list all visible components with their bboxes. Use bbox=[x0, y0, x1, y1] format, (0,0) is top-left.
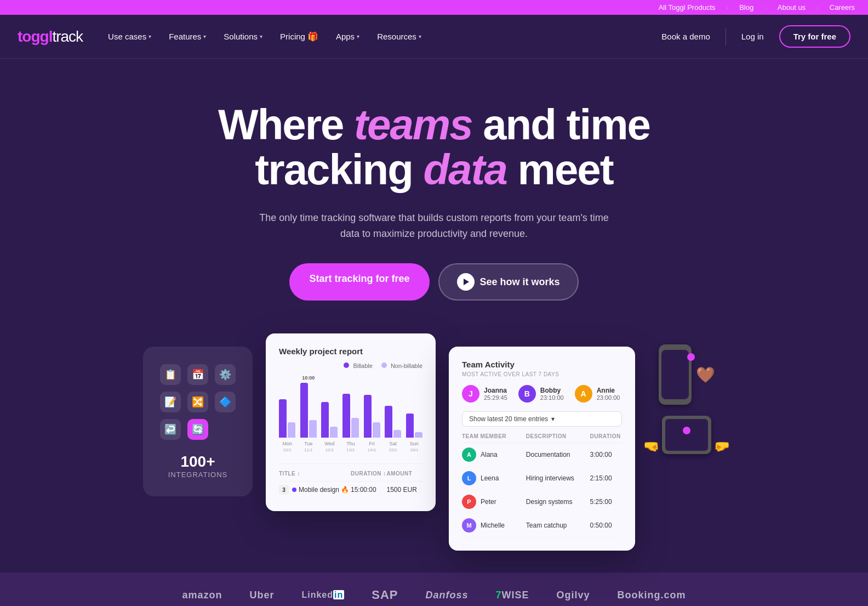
chevron-down-icon: ▾ bbox=[357, 33, 359, 39]
logo[interactable]: toggl track bbox=[18, 28, 83, 46]
nav-right: Book a demo Log in Try for free bbox=[655, 25, 850, 48]
careers-link[interactable]: Careers bbox=[830, 3, 855, 12]
bar-fri: Fri 14/1 bbox=[363, 393, 380, 452]
legend-non-billable: Non-billable bbox=[381, 363, 422, 369]
hero-subtitle: The only time tracking software that bui… bbox=[259, 210, 609, 242]
integration-icon-1: 📋 bbox=[160, 364, 181, 385]
integrations-label: INTEGRATIONS bbox=[168, 471, 228, 479]
partners-bar: amazon Uber Linkedin SAP Danfoss 7WISE O… bbox=[0, 573, 868, 606]
try-free-button[interactable]: Try for free bbox=[779, 25, 850, 48]
main-nav: toggl track Use cases ▾ Features ▾ Solut… bbox=[0, 15, 868, 59]
bar-billable-mon bbox=[279, 399, 287, 438]
nav-divider bbox=[726, 28, 726, 46]
team-top-members: J Joanna 25:29:45 B Bobby 23:10:00 A Ann… bbox=[462, 385, 622, 403]
pink-circle bbox=[687, 353, 695, 361]
integration-icon-5: 🔀 bbox=[187, 392, 208, 412]
chevron-down-icon: ▾ bbox=[551, 415, 555, 423]
danfoss-logo: Danfoss bbox=[425, 590, 468, 601]
all-toggl-products-link[interactable]: All Toggl Products bbox=[659, 3, 716, 12]
start-tracking-button[interactable]: Start tracking for free bbox=[289, 263, 429, 301]
chevron-down-icon: ▾ bbox=[203, 33, 206, 39]
hero-heading-where: Where bbox=[218, 100, 354, 149]
logo-track: track bbox=[52, 28, 83, 46]
integration-icon-7: ↩️ bbox=[160, 419, 181, 440]
see-how-button[interactable]: See how it works bbox=[438, 263, 579, 301]
integrations-card: 📋 📅 ⚙️ 📝 🔀 🔷 ↩️ 🔄 100+ INTEGRATIONS bbox=[143, 347, 253, 496]
bar-non-billable-wed bbox=[330, 427, 338, 438]
nav-apps[interactable]: Apps ▾ bbox=[328, 27, 367, 46]
legend-billable: Billable bbox=[344, 363, 373, 369]
avatar-annie: A bbox=[575, 385, 592, 403]
avatar-michelle: M bbox=[462, 518, 476, 533]
hero-heading-data: data bbox=[423, 145, 506, 194]
team-activity-subtitle: MOST ACTIVE OVER LAST 7 DAYS bbox=[462, 371, 622, 377]
nav-resources[interactable]: Resources ▾ bbox=[369, 27, 429, 46]
table-row: A Alana Documentation 3:00:00 bbox=[462, 443, 622, 467]
book-demo-button[interactable]: Book a demo bbox=[655, 27, 716, 46]
top-member-annie: A Annie 23:00:00 bbox=[575, 385, 620, 403]
table-row: 3 Mobile design 🔥 15:00:00 1500 EUR bbox=[279, 481, 422, 498]
about-link[interactable]: About us bbox=[778, 3, 806, 12]
nav-pricing[interactable]: Pricing 🎁 bbox=[272, 27, 326, 46]
hero-heading-meet: meet bbox=[507, 145, 613, 194]
device-illustration: 🤎 🤜 🤛 bbox=[648, 344, 725, 454]
bar-sun: Sun 16/1 bbox=[406, 411, 422, 452]
separator: · bbox=[764, 3, 767, 12]
avatar-joanna: J bbox=[462, 385, 479, 403]
blog-link[interactable]: Blog bbox=[739, 3, 753, 12]
chevron-down-icon: ▾ bbox=[149, 33, 151, 39]
table-row: M Michelle Team catchup 0:50:00 bbox=[462, 514, 622, 537]
avatar-leena: L bbox=[462, 471, 476, 485]
avatar-bobby: B bbox=[518, 385, 536, 403]
bar-billable-fri bbox=[364, 395, 372, 438]
bar-non-billable-sat bbox=[393, 430, 401, 438]
bar-billable-wed bbox=[321, 402, 329, 438]
show-entries-button[interactable]: Show latest 20 time entries ▾ bbox=[462, 411, 622, 427]
bar-non-billable-thu bbox=[351, 418, 359, 438]
bar-sat: Sat 15/1 bbox=[385, 404, 402, 452]
bar-billable-sun bbox=[406, 414, 414, 438]
integration-icon-8: 🔄 bbox=[187, 419, 208, 440]
play-icon bbox=[457, 273, 475, 291]
see-how-label: See how it works bbox=[480, 276, 560, 288]
table-row: L Leena Hiring interviews 2:15:00 bbox=[462, 467, 622, 490]
dashboard-area: 📋 📅 ⚙️ 📝 🔀 🔷 ↩️ 🔄 100+ INTEGRATIONS Week… bbox=[78, 333, 790, 551]
wise-logo: 7WISE bbox=[496, 590, 529, 601]
hero-section: Where teams and time tracking data meet … bbox=[187, 59, 681, 333]
logo-toggl: toggl bbox=[18, 28, 52, 46]
bar-billable-thu bbox=[342, 394, 350, 438]
bar-non-billable-tue bbox=[309, 420, 317, 438]
tablet-illustration: 🤜 🤛 bbox=[643, 416, 730, 454]
avatar-peter: P bbox=[462, 495, 476, 509]
booking-logo: Booking.com bbox=[618, 590, 686, 601]
tablet-body bbox=[662, 416, 711, 454]
chevron-down-icon: ▾ bbox=[419, 33, 421, 39]
nav-use-cases[interactable]: Use cases ▾ bbox=[100, 27, 159, 46]
top-bar: All Toggl Products · Blog · About us · C… bbox=[0, 0, 868, 15]
integration-icon-3: ⚙️ bbox=[215, 364, 236, 385]
hero-buttons: Start tracking for free See how it works bbox=[198, 263, 670, 301]
team-activity-card: Team Activity MOST ACTIVE OVER LAST 7 DA… bbox=[449, 347, 635, 551]
phone-body bbox=[659, 344, 692, 405]
top-member-bobby: B Bobby 23:10:00 bbox=[518, 385, 564, 403]
team-table-header: TEAM MEMBER DESCRIPTION DURATION bbox=[462, 433, 622, 443]
bar-mon: Mon 10/1 bbox=[279, 397, 296, 452]
bar-thu: Thu 13/1 bbox=[342, 392, 359, 452]
phone-illustration: 🤎 bbox=[659, 344, 715, 405]
amazon-logo: amazon bbox=[182, 590, 222, 601]
report-title: Weekly project report bbox=[279, 347, 422, 356]
avatar-alana: A bbox=[462, 448, 476, 462]
integration-icon-2: 📅 bbox=[187, 364, 208, 385]
report-table: TITLE ↕ DURATION ↕ AMOUNT 3 Mobile desig… bbox=[279, 463, 422, 498]
hand-icon: 🤎 bbox=[696, 366, 715, 384]
nav-solutions[interactable]: Solutions ▾ bbox=[216, 27, 270, 46]
bar-billable-sat bbox=[385, 406, 392, 438]
phone-screen bbox=[661, 350, 689, 399]
separator: · bbox=[816, 3, 819, 12]
hero-heading-teams: teams bbox=[354, 100, 472, 149]
report-table-header: TITLE ↕ DURATION ↕ AMOUNT bbox=[279, 471, 422, 481]
nav-features[interactable]: Features ▾ bbox=[161, 27, 214, 46]
sap-logo: SAP bbox=[372, 588, 398, 602]
login-button[interactable]: Log in bbox=[735, 27, 770, 46]
bar-non-billable-fri bbox=[373, 422, 380, 438]
